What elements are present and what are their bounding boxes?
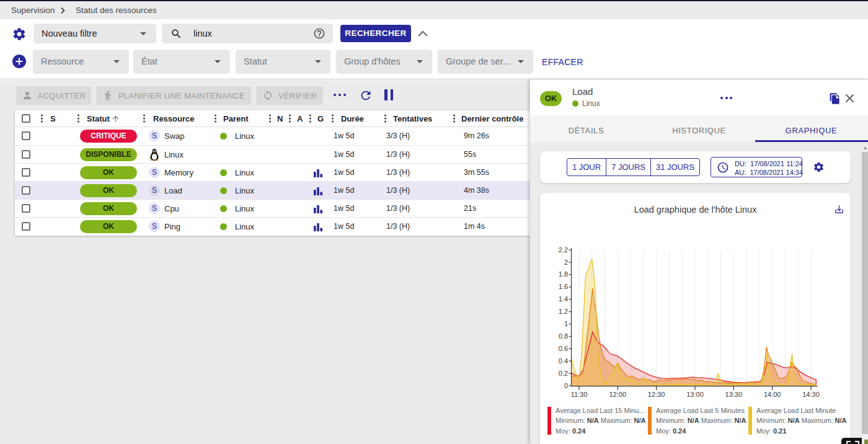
svg-text:13:00: 13:00: [686, 391, 704, 398]
svg-text:0.8: 0.8: [559, 332, 568, 340]
svg-text:1: 1: [564, 320, 568, 327]
svg-text:13:30: 13:30: [725, 391, 743, 398]
svg-text:2.2: 2.2: [559, 246, 568, 254]
svg-text:11:30: 11:30: [571, 391, 588, 398]
svg-text:1.4: 1.4: [559, 295, 568, 303]
svg-text:1.6: 1.6: [559, 283, 568, 290]
svg-text:0.4: 0.4: [559, 357, 568, 365]
svg-text:0.2: 0.2: [559, 370, 568, 377]
svg-text:2: 2: [564, 259, 568, 266]
svg-text:14:00: 14:00: [764, 391, 781, 398]
svg-text:0: 0: [564, 382, 568, 389]
svg-text:12:00: 12:00: [609, 391, 627, 398]
svg-text:0.6: 0.6: [559, 345, 568, 352]
svg-text:1.2: 1.2: [559, 308, 568, 315]
svg-text:1.8: 1.8: [559, 270, 568, 278]
svg-text:14:30: 14:30: [802, 391, 820, 398]
svg-text:12:30: 12:30: [648, 391, 665, 398]
